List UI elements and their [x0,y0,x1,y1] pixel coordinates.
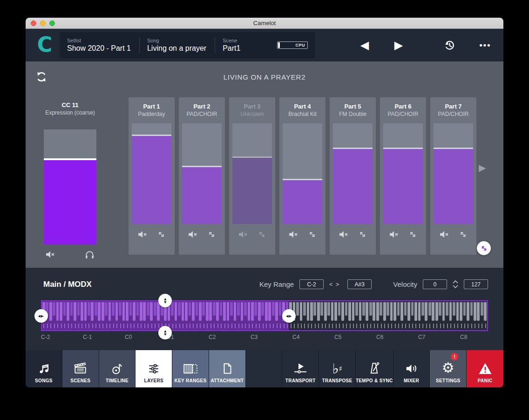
master-fader[interactable] [44,129,96,244]
keyboard-key[interactable] [264,301,268,330]
scene-selector[interactable]: Scene Part1 [215,38,249,53]
keyboard-key[interactable] [87,301,90,330]
velocity-top-handle[interactable]: ▴▾ [158,294,172,307]
keyboard-key[interactable] [463,301,466,330]
zoom-window-button[interactable] [49,20,55,26]
tab-attachment[interactable]: ATTACHMENT [209,350,246,387]
close-window-button[interactable] [31,20,36,26]
keyboard-key[interactable] [98,301,101,330]
keyboard-key[interactable] [209,301,212,330]
keyboard-key[interactable] [205,301,209,330]
tab-layers[interactable]: LAYERS [136,350,172,387]
key-range-low-handle[interactable]: ◂▸ [34,309,48,323]
keyboard-key[interactable] [327,301,330,330]
keyboard-key[interactable] [296,301,299,330]
keyboard-key[interactable] [473,301,476,330]
mute-icon[interactable] [440,230,449,238]
keyboard-key[interactable] [70,301,73,330]
mute-icon[interactable] [138,230,148,238]
keyboard-key[interactable] [470,301,473,330]
keyboard-key[interactable] [184,301,188,330]
song-selector[interactable]: Song Living on a prayer [140,38,215,53]
keyboard-key[interactable] [108,301,111,330]
mute-icon[interactable] [339,230,349,238]
keyboard[interactable] [41,300,488,331]
keyboard-key[interactable] [428,301,431,330]
keyboard-key[interactable] [91,301,94,330]
keyboard-key[interactable] [442,301,445,330]
keyboard-key[interactable] [247,301,251,330]
keyboard-key[interactable] [432,301,435,330]
keyboard-key[interactable] [313,301,317,330]
tab-key-ranges[interactable]: KEY RANGES [172,350,209,387]
keyboard-key[interactable] [383,301,386,330]
part-fader[interactable] [333,123,373,224]
keyboard-key[interactable] [125,301,129,330]
keyboard-key[interactable] [477,301,480,330]
velocity-bottom-handle[interactable]: ▴▾ [158,326,172,339]
key-range-high-field[interactable]: A#3 [347,279,372,289]
keyboard-key[interactable] [414,301,417,330]
keyboard-key[interactable] [320,301,324,330]
keyboard-key[interactable] [425,301,428,330]
expand-icon[interactable] [409,230,417,238]
keyboard-key[interactable] [261,301,264,330]
keyboard-key[interactable] [191,301,195,330]
keyboard-key[interactable] [73,301,76,330]
keyboard-key[interactable] [317,301,320,330]
part-fader[interactable] [182,123,222,224]
keyboard-key[interactable] [233,301,237,330]
keyboard-key[interactable] [230,301,233,330]
keyboard-key[interactable] [271,301,275,330]
keyboard-key[interactable] [94,301,97,330]
keyboard-key[interactable] [226,301,230,330]
keyboard-key[interactable] [132,301,136,330]
next-scene-button[interactable]: ▶ [388,29,409,61]
keyboard-key[interactable] [174,301,177,330]
keyboard-key[interactable] [77,301,80,330]
more-menu-button[interactable]: ••• [474,29,497,61]
keyboard-key[interactable] [258,301,261,330]
headphones-icon[interactable] [85,250,95,259]
keyboard-key[interactable] [150,301,153,330]
keyboard-key[interactable] [480,301,483,330]
keyboard-key[interactable] [334,301,337,330]
keyboard-key[interactable] [268,301,271,330]
expand-icon[interactable] [459,230,467,238]
keyboard-key[interactable] [153,301,156,330]
keyboard-key[interactable] [49,301,52,330]
keyboard-key[interactable] [188,301,191,330]
keyboard-key[interactable] [435,301,438,330]
keyboard-key[interactable] [456,301,459,330]
expand-icon[interactable] [208,230,216,238]
keyboard-key[interactable] [369,301,372,330]
keyboard-key[interactable] [452,301,455,330]
keyboard-key[interactable] [362,301,365,330]
keyboard-key[interactable] [418,301,421,330]
keyboard-key[interactable] [181,301,184,330]
keyboard-key[interactable] [359,301,362,330]
tab-songs[interactable]: SONGS [26,350,62,387]
keyboard-key[interactable] [223,301,226,330]
keyboard-key[interactable] [101,301,104,330]
keyboard-key[interactable] [251,301,254,330]
keyboard-key[interactable] [212,301,216,330]
keyboard-key[interactable] [348,301,351,330]
part-fader[interactable] [383,123,423,224]
keyboard-key[interactable] [390,301,393,330]
keyboard-key[interactable] [445,301,448,330]
keyboard-key[interactable] [216,301,219,330]
keyboard-key[interactable] [237,301,240,330]
expand-layers-button[interactable] [477,241,491,255]
velocity-stepper[interactable] [453,280,458,288]
keyboard-key[interactable] [136,301,139,330]
keyboard-key[interactable] [104,301,108,330]
key-range-high-handle[interactable]: ◂▸ [282,309,296,323]
expand-icon[interactable] [359,230,366,238]
keyboard-key[interactable] [449,301,452,330]
keyboard-key[interactable] [202,301,205,330]
key-range-shift-buttons[interactable]: <> [329,281,342,288]
keyboard-key[interactable] [170,301,174,330]
keyboard-key[interactable] [484,301,487,330]
setlist-selector[interactable]: Setlist Show 2020 - Part 1 [60,38,139,53]
